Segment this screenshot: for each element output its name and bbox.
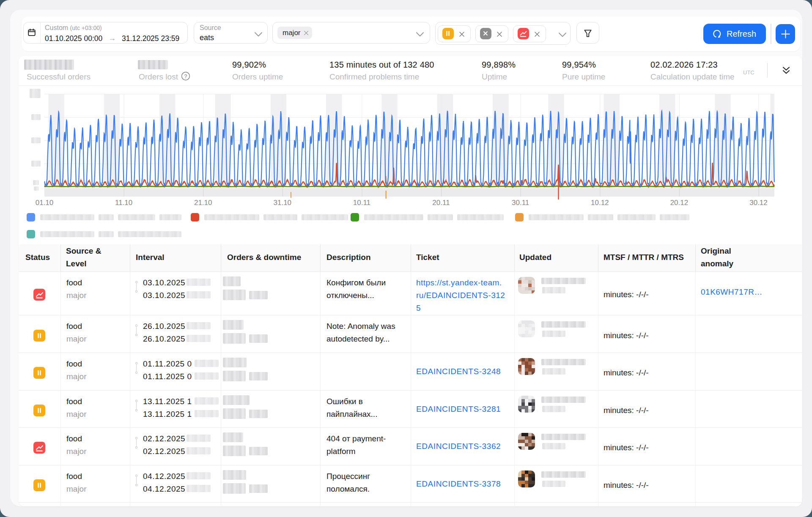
svg-text:31.10: 31.10: [274, 199, 292, 207]
svg-text:30.12: 30.12: [749, 199, 768, 207]
svg-text:30.11: 30.11: [512, 199, 529, 207]
svg-text:?: ?: [184, 74, 187, 79]
svg-text:11.10: 11.10: [115, 199, 132, 207]
svg-text:20.11: 20.11: [432, 199, 450, 207]
svg-text:20.12: 20.12: [670, 199, 689, 207]
svg-text:10.12: 10.12: [591, 199, 609, 207]
svg-text:10.11: 10.11: [353, 199, 370, 207]
svg-text:01.10: 01.10: [36, 199, 54, 207]
svg-text:21.10: 21.10: [194, 199, 212, 207]
